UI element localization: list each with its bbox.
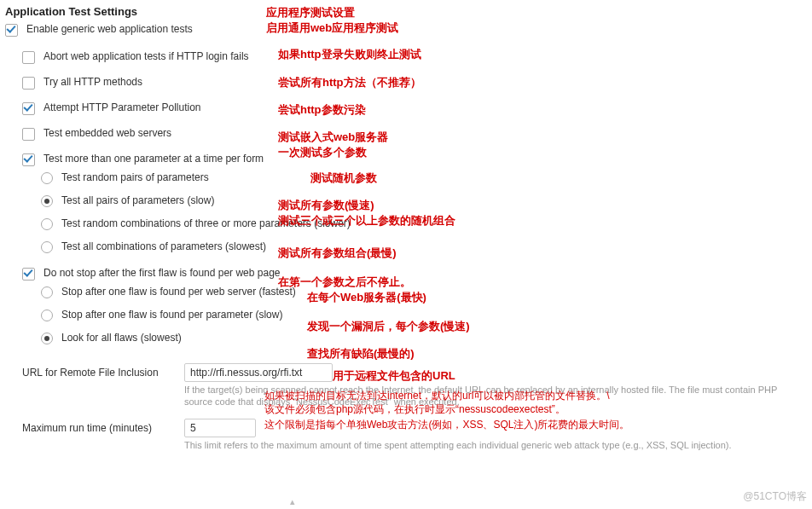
runtime-input[interactable] xyxy=(184,419,256,437)
all-comb-label: Test all combinations of parameters (slo… xyxy=(61,240,266,252)
multi-param-checkbox[interactable] xyxy=(22,153,35,166)
attempt-pollution-checkbox[interactable] xyxy=(22,102,35,115)
anno-allpairs: 测试所有参数(慢速) xyxy=(278,198,374,213)
runtime-label: Maximum run time (minutes) xyxy=(22,422,184,434)
anno-tryall: 尝试所有http方法（不推荐） xyxy=(278,75,421,90)
anno-lookall: 查找所有缺陷(最慢的) xyxy=(307,346,415,362)
random-pairs-radio[interactable] xyxy=(41,172,53,184)
per-server-label: Stop after one flaw is found per web ser… xyxy=(61,286,296,298)
per-server-radio[interactable] xyxy=(41,286,53,298)
enable-generic-label: Enable generic web application tests xyxy=(26,23,193,35)
try-all-methods-checkbox[interactable] xyxy=(22,77,35,90)
no-stop-checkbox[interactable] xyxy=(22,268,35,281)
look-all-radio[interactable] xyxy=(41,333,53,344)
anno-multiparam: 一次测试多个参数 xyxy=(278,145,367,160)
abort-login-label: Abort web application tests if HTTP logi… xyxy=(44,50,249,62)
random-comb-radio[interactable] xyxy=(41,218,53,230)
anno-embedded: 测试嵌入式web服务器 xyxy=(278,130,388,145)
anno-nostop: 在第一个参数之后不停止。 xyxy=(278,275,411,290)
abort-login-checkbox[interactable] xyxy=(22,51,35,64)
random-pairs-label: Test random pairs of parameters xyxy=(61,171,209,183)
embedded-servers-checkbox[interactable] xyxy=(22,128,35,141)
per-param-label: Stop after one flaw is found per paramet… xyxy=(61,309,282,321)
multi-param-label: Test more than one parameter at a time p… xyxy=(44,153,264,165)
rfi-url-label: URL for Remote File Inclusion xyxy=(22,367,184,379)
anno-enable: 启用通用web应用程序测试 xyxy=(266,20,398,36)
attempt-pollution-label: Attempt HTTP Parameter Pollution xyxy=(44,101,201,113)
page-title: Application Test Settings xyxy=(5,5,807,18)
no-stop-label: Do not stop after the first flaw is foun… xyxy=(44,267,281,279)
try-all-methods-label: Try all HTTP methods xyxy=(44,76,142,88)
anno-heading: 应用程序测试设置 xyxy=(266,5,355,20)
anno-perparam: 发现一个漏洞后，每个参数(慢速) xyxy=(307,319,470,334)
all-comb-radio[interactable] xyxy=(41,241,53,253)
per-param-radio[interactable] xyxy=(41,309,53,321)
all-pairs-radio[interactable] xyxy=(41,195,53,207)
enable-generic-checkbox[interactable] xyxy=(5,24,18,37)
anno-rfi-hint2: 该文件必须包含php源代码，在执行时显示“nessuscodeexectest”… xyxy=(264,402,566,417)
rfi-url-input[interactable] xyxy=(184,363,333,382)
anno-abort: 如果http登录失败则终止测试 xyxy=(278,47,421,62)
anno-runtime: 这个限制是指每个单独Web攻击方法(例如，XSS、SQL注入)所花费的最大时间。 xyxy=(264,418,629,432)
anno-rfi-hint1: 如果被扫描的目标无法到达internet，默认的url可以被内部托管的文件替换。… xyxy=(264,389,610,403)
anno-randpairs: 测试随机参数 xyxy=(310,171,377,186)
anno-perserver: 在每个Web服务器(最快) xyxy=(307,290,426,305)
anno-randcomb: 测试三个或三个以上参数的随机组合 xyxy=(278,213,455,228)
anno-attempt: 尝试http参数污染 xyxy=(278,102,366,118)
anno-rfi: 用于远程文件包含的URL xyxy=(333,368,455,384)
look-all-label: Look for all flaws (slowest) xyxy=(61,332,182,344)
all-pairs-label: Test all pairs of parameters (slow) xyxy=(61,194,214,206)
embedded-servers-label: Test embedded web servers xyxy=(44,127,171,139)
runtime-hint: This limit refers to the maximum amount … xyxy=(184,439,781,451)
anno-allcomb: 测试所有参数组合(最慢) xyxy=(278,246,397,261)
